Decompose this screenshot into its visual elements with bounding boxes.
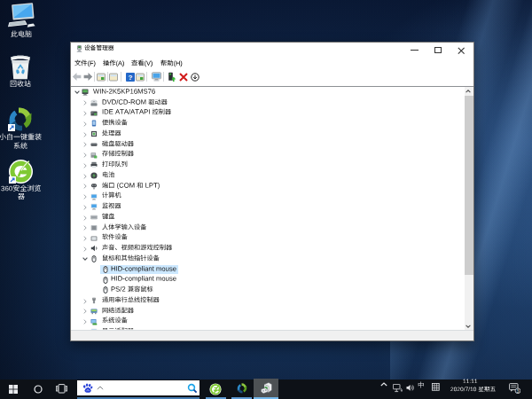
svg-text:?: ? — [129, 74, 133, 82]
svg-text:3: 3 — [517, 387, 520, 393]
